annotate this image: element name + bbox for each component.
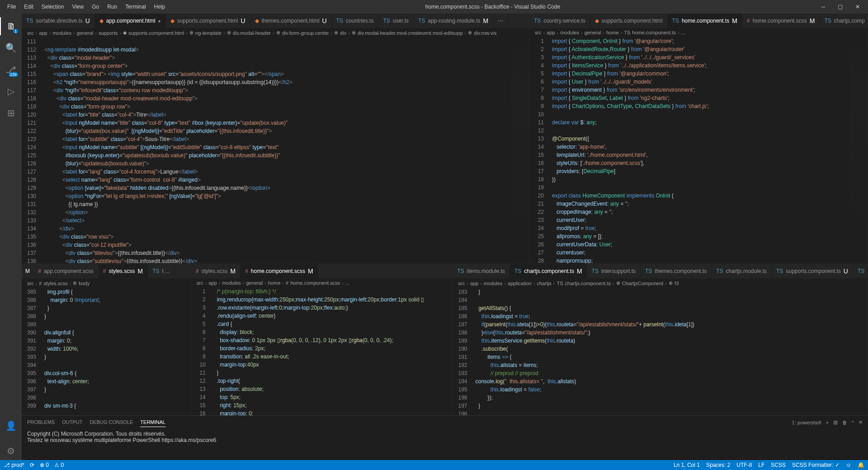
close-panel-icon[interactable]: ✕ (859, 418, 863, 427)
title-bar: File Edit Selection View Go Run Terminal… (0, 0, 868, 14)
minimize-button[interactable]: ─ (816, 2, 830, 12)
tab[interactable]: TShome.component.tsM (668, 14, 742, 28)
tab[interactable]: TSapp-routing.module.tsM (414, 14, 493, 28)
sync-icon[interactable]: ⟳ (30, 462, 34, 468)
explorer-icon[interactable]: 🗎1 (0, 17, 22, 35)
menu-file[interactable]: File (4, 2, 19, 12)
tab[interactable]: #styles.scssM (191, 264, 241, 278)
panel-tab-debug[interactable]: DEBUG CONSOLE (90, 418, 133, 427)
branch-indicator[interactable]: ⎇ prod* (4, 462, 24, 468)
menu-edit[interactable]: Edit (20, 2, 37, 12)
editor-body[interactable]: 385 img.profil {386 margin: 0 !important… (22, 288, 191, 415)
breadcrumb[interactable]: src› app› modules› general› home› # home… (191, 278, 453, 287)
tab[interactable]: ◆app.component.html● (95, 14, 166, 28)
tab[interactable]: ◆themes.component.htmlU (250, 14, 332, 28)
editor-group-mid-c: TSitems.module.ts TSchartjs.component.ts… (453, 264, 868, 415)
activity-bar: 🗎1 🔍 ⎇236 ▷ ⊞ 👤 ⚙ (0, 14, 22, 460)
terminal-line: Testez le nouveau système multiplateform… (27, 437, 863, 443)
split-terminal-icon[interactable]: ▥ (833, 418, 838, 427)
menu-bar: File Edit Selection View Go Run Terminal… (4, 2, 169, 12)
tab[interactable]: #app.component.scss (33, 264, 99, 278)
maximize-panel-icon[interactable]: ^ (852, 418, 854, 427)
editor-group-mid-a: M #app.component.scss #styles.scssM TSt … (22, 264, 191, 415)
formatter-indicator[interactable]: SCSS Formatter: ✓ (792, 462, 840, 468)
account-icon[interactable]: 👤 (0, 417, 22, 435)
breadcrumb[interactable]: src› app› modules› general› supports› ◆ … (22, 28, 529, 38)
tab[interactable]: TScountries.ts (332, 14, 379, 28)
tab[interactable]: TSitems.module.ts (453, 264, 509, 278)
editor-group-mid-b: #styles.scssM #home.component.scssM src›… (191, 264, 453, 415)
panel-tabs: PROBLEMS OUTPUT DEBUG CONSOLE TERMINAL 1… (22, 416, 868, 429)
menu-terminal[interactable]: Terminal (122, 2, 149, 12)
trash-icon[interactable]: 🗑 (842, 418, 847, 427)
menu-go[interactable]: Go (88, 2, 103, 12)
maximize-button[interactable]: ▢ (833, 2, 847, 12)
terminal-body[interactable]: Copyright (C) Microsoft Corporation. Tou… (22, 429, 868, 460)
explorer-badge: 1 (13, 29, 18, 33)
scm-badge: 236 (9, 72, 18, 77)
editor-body[interactable]: 111112<ng-template #modeditsupp let-moda… (22, 38, 529, 263)
status-indicator: M (22, 264, 33, 278)
window-controls: ─ ▢ ✕ (816, 2, 864, 12)
minimap[interactable] (511, 38, 529, 263)
tab[interactable]: TSintersupport.ts (587, 264, 641, 278)
breadcrumb[interactable]: src› app› modules› general› home› TS hom… (529, 28, 868, 37)
tab-bar: #styles.scssM #home.component.scssM (191, 264, 453, 278)
warnings-count[interactable]: ⚠ 0 (54, 462, 64, 468)
tab-bar: TSitems.module.ts TSchartjs.component.ts… (453, 264, 868, 278)
panel: PROBLEMS OUTPUT DEBUG CONSOLE TERMINAL 1… (22, 415, 868, 460)
tab[interactable]: TSthemes.component.ts (641, 264, 712, 278)
tab[interactable]: #styles.scssM (99, 264, 148, 278)
window-title: home.component.scss - Backoffice - Visua… (169, 4, 816, 10)
panel-tab-output[interactable]: OUTPUT (62, 418, 82, 427)
feedback-icon[interactable]: ☺ (846, 462, 851, 468)
minimap[interactable] (849, 37, 868, 263)
tab[interactable]: TSsupports.component.tsU (772, 264, 853, 278)
status-bar: ⎇ prod* ⟳ ⊗ 0 ⚠ 0 Ln 1, Col 1 Spaces: 2 … (0, 460, 868, 470)
language-indicator[interactable]: SCSS (771, 462, 786, 468)
extensions-icon[interactable]: ⊞ (0, 104, 22, 122)
eol-indicator[interactable]: LF (758, 462, 764, 468)
tab[interactable]: #home.component.scssM (742, 14, 820, 28)
settings-icon[interactable]: ⚙ (0, 442, 22, 460)
bell-icon[interactable]: 🔔 (858, 462, 864, 468)
scm-icon[interactable]: ⎇236 (0, 61, 22, 79)
search-icon[interactable]: 🔍 (0, 39, 22, 57)
tab[interactable]: TSchartjs.comp (820, 14, 868, 28)
editor-group-top-right: TScountry.service.ts ◆supports.component… (529, 14, 868, 263)
tab[interactable]: #home.component.scssM (241, 264, 318, 278)
breadcrumb[interactable]: src› # styles.scss› ⊕ body (22, 278, 191, 288)
panel-tab-terminal[interactable]: TERMINAL (140, 418, 165, 427)
tab[interactable]: TSitems (853, 264, 868, 278)
new-terminal-icon[interactable]: + (826, 418, 828, 427)
errors-count[interactable]: ⊗ 0 (40, 462, 49, 468)
indent-indicator[interactable]: Spaces: 2 (706, 462, 730, 468)
debug-icon[interactable]: ▷ (0, 82, 22, 100)
editor-body[interactable]: 1import { Component, OnInit } from '@ang… (529, 37, 868, 263)
tab[interactable]: TSuser.ts (378, 14, 414, 28)
tab[interactable]: TSchartjs.module.ts (712, 264, 772, 278)
editor-group-top-left: TSsortable.directive.tsU ◆app.component.… (22, 14, 529, 263)
panel-tab-problems[interactable]: PROBLEMS (27, 418, 55, 427)
tab[interactable]: ◆supports.component.htmlU (166, 14, 250, 28)
tab-bar: TSsortable.directive.tsU ◆app.component.… (22, 14, 529, 28)
breadcrumb[interactable]: src› app› modules› application› chartjs›… (453, 278, 868, 288)
editor-body[interactable]: 183 }184185 getAllStats() {186 this.load… (453, 288, 868, 415)
editor-body[interactable]: 1 /* p{margin-top: 68vh;} */2 img.renduc… (191, 287, 453, 415)
menu-view[interactable]: View (68, 2, 87, 12)
menu-selection[interactable]: Selection (38, 2, 67, 12)
tab[interactable]: TScountry.service.ts (529, 14, 590, 28)
terminal-selector[interactable]: 1: powershell (792, 418, 821, 427)
tab-overflow[interactable]: ⋯ (493, 14, 508, 28)
encoding-indicator[interactable]: UTF-8 (736, 462, 752, 468)
tab[interactable]: TSt ... (148, 264, 175, 278)
menu-help[interactable]: Help (151, 2, 169, 12)
tab[interactable]: TSsortable.directive.tsU (22, 14, 95, 28)
tab[interactable]: TSchartjs.component.tsM (510, 264, 587, 278)
terminal-line: Copyright (C) Microsoft Corporation. Tou… (27, 431, 863, 437)
menu-run[interactable]: Run (104, 2, 121, 12)
close-button[interactable]: ✕ (851, 2, 864, 12)
tab[interactable]: ◆supports.component.html (590, 14, 668, 28)
cursor-position[interactable]: Ln 1, Col 1 (674, 462, 700, 468)
tab-bar: TScountry.service.ts ◆supports.component… (529, 14, 868, 28)
